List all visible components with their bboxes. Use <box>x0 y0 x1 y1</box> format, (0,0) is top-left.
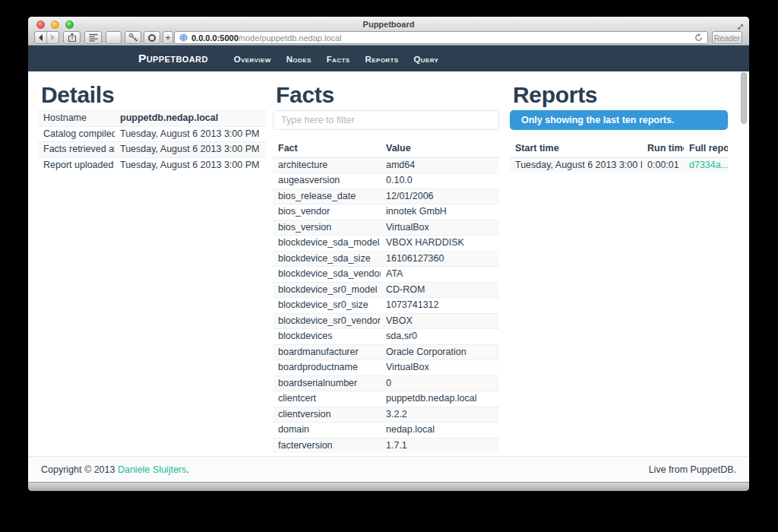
keychain-button[interactable] <box>125 31 141 44</box>
address-bar[interactable]: 0.0.0.0:5000/node/puppetdb.nedap.local <box>174 31 708 44</box>
fact-value: VBOX <box>381 313 499 329</box>
fact-value: puppetdb.nedap.local <box>381 391 499 407</box>
report-run-time: 0:00:01 <box>642 157 684 173</box>
fact-value: 0.10.0 <box>381 173 499 189</box>
back-button[interactable] <box>35 32 46 43</box>
reader-button[interactable]: Reader <box>712 31 742 44</box>
detail-value: Tuesday, August 6 2013 3:00 PM <box>115 126 266 142</box>
fullscreen-icon[interactable] <box>736 21 745 29</box>
fact-name: boardserialnumber <box>273 375 381 391</box>
scrollbar-thumb[interactable] <box>741 72 747 124</box>
nav-item-reports[interactable]: Reports <box>357 55 406 64</box>
fact-name: bios_release_date <box>273 188 381 204</box>
history-nav-group <box>34 31 59 44</box>
fact-name: clientcert <box>273 391 381 407</box>
table-row: bios_versionVirtualBox <box>273 220 499 236</box>
fact-name: blockdevices <box>273 329 381 345</box>
new-tab-button[interactable]: + <box>163 31 173 44</box>
reports-col-start-time: Start time <box>510 141 642 157</box>
facts-col-fact: Fact <box>273 141 381 157</box>
nav-item-nodes[interactable]: Nodes <box>279 55 319 64</box>
url-text: 0.0.0.0:5000/node/puppetdb.nedap.local <box>191 33 342 43</box>
reports-alert: Only showing the last ten reports. <box>510 110 728 130</box>
nav-items: OverviewNodesFactsReportsQuery <box>226 52 447 65</box>
fact-value: 1073741312 <box>381 298 499 314</box>
fact-value: 12/01/2006 <box>381 188 499 204</box>
detail-label: Facts retrieved at <box>38 142 115 158</box>
fact-name: boardmanufacturer <box>273 344 381 360</box>
refresh-button[interactable] <box>694 33 703 42</box>
fact-name: blockdevice_sr0_vendor <box>273 313 381 329</box>
report-link[interactable]: d7334a... <box>689 160 728 170</box>
table-row: Facts retrieved atTuesday, August 6 2013… <box>38 142 266 158</box>
reports-col-full-report: Full report <box>684 141 728 157</box>
report-start-time: Tuesday, August 6 2013 3:00 PM <box>510 157 642 173</box>
nav-item-facts[interactable]: Facts <box>319 55 358 64</box>
reports-col-run-time: Run time <box>642 141 684 157</box>
fact-name: boardproductname <box>273 360 381 376</box>
table-row: bios_vendorinnotek GmbH <box>273 204 499 220</box>
fact-value: 1.7.1 <box>381 438 499 453</box>
browser-chrome: Puppetboard <box>28 17 749 46</box>
table-row: boardserialnumber0 <box>273 375 499 391</box>
reading-list-button[interactable] <box>84 31 102 44</box>
navbar-brand[interactable]: Puppetboard <box>138 52 208 65</box>
details-table: Hostnamepuppetdb.nedap.localCatalog comp… <box>38 110 266 173</box>
table-row: augeasversion0.10.0 <box>273 173 499 189</box>
fact-name: blockdevice_sr0_size <box>273 298 381 314</box>
table-row: domainnedap.local <box>273 423 499 439</box>
table-row: facterversion1.7.1 <box>273 438 499 453</box>
fact-name: clientversion <box>273 407 381 423</box>
fact-name: blockdevice_sda_size <box>273 251 381 267</box>
author-link[interactable]: Daniele Sluijters <box>118 464 186 475</box>
back-icon <box>38 34 43 41</box>
table-row: boardproductnameVirtualBox <box>273 360 499 376</box>
reports-title: Reports <box>513 81 728 109</box>
fact-name: domain <box>273 423 381 439</box>
window-bottom-bar <box>28 482 749 491</box>
copyright-text: Copyright © 2013 Daniele Sluijters. <box>41 464 189 475</box>
app-navbar: Puppetboard OverviewNodesFactsReportsQue… <box>28 46 749 71</box>
table-row: clientversion3.2.2 <box>273 407 499 423</box>
nav-item-query[interactable]: Query <box>406 55 446 64</box>
globe-favicon-icon <box>179 33 188 42</box>
page-content: Details Hostnamepuppetdb.nedap.localCata… <box>28 71 749 456</box>
detail-value: Tuesday, August 6 2013 3:00 PM <box>115 157 266 173</box>
table-row: bios_release_date12/01/2006 <box>273 188 499 204</box>
nav-item-overview[interactable]: Overview <box>226 55 279 64</box>
fact-name: architecture <box>273 157 381 173</box>
fact-value: amd64 <box>381 157 499 173</box>
extension-button[interactable] <box>144 31 160 44</box>
table-row: architectureamd64 <box>273 157 499 173</box>
detail-value: Tuesday, August 6 2013 3:00 PM <box>115 142 266 158</box>
share-button[interactable] <box>63 31 81 44</box>
fact-name: facterversion <box>273 438 381 453</box>
table-row: boardmanufacturerOracle Corporation <box>273 344 499 360</box>
fact-value: nedap.local <box>381 423 499 439</box>
details-title: Details <box>41 81 266 109</box>
url-path: /node/puppetdb.nedap.local <box>239 33 342 43</box>
detail-value: puppetdb.nedap.local <box>115 111 266 127</box>
table-row: blockdevice_sr0_vendorVBOX <box>273 313 499 329</box>
details-section: Details Hostnamepuppetdb.nedap.localCata… <box>38 71 266 173</box>
fact-value: 0 <box>381 375 499 391</box>
fact-name: bios_vendor <box>273 204 381 220</box>
toolbar-blank-button[interactable] <box>106 31 122 44</box>
fact-value: 16106127360 <box>381 251 499 267</box>
table-row: blockdevice_sr0_size1073741312 <box>273 298 499 314</box>
forward-button[interactable] <box>46 32 59 43</box>
fact-name: blockdevice_sda_model <box>273 236 381 252</box>
fact-value: VirtualBox <box>381 220 499 236</box>
desktop-background: Puppetboard <box>0 0 778 532</box>
page-footer: Copyright © 2013 Daniele Sluijters. Live… <box>28 456 749 482</box>
ring-icon <box>148 34 156 42</box>
fact-value: Oracle Corporation <box>381 344 499 360</box>
fact-value: 3.2.2 <box>381 407 499 423</box>
table-row: Tuesday, August 6 2013 3:00 PM0:00:01d73… <box>510 157 728 173</box>
fact-value: VirtualBox <box>381 360 499 376</box>
facts-filter-input[interactable] <box>273 110 499 130</box>
facts-col-value: Value <box>381 141 499 157</box>
table-row: Catalog compiled atTuesday, August 6 201… <box>38 126 266 142</box>
detail-label: Report uploaded at <box>38 157 115 173</box>
fact-value: sda,sr0 <box>381 329 499 345</box>
